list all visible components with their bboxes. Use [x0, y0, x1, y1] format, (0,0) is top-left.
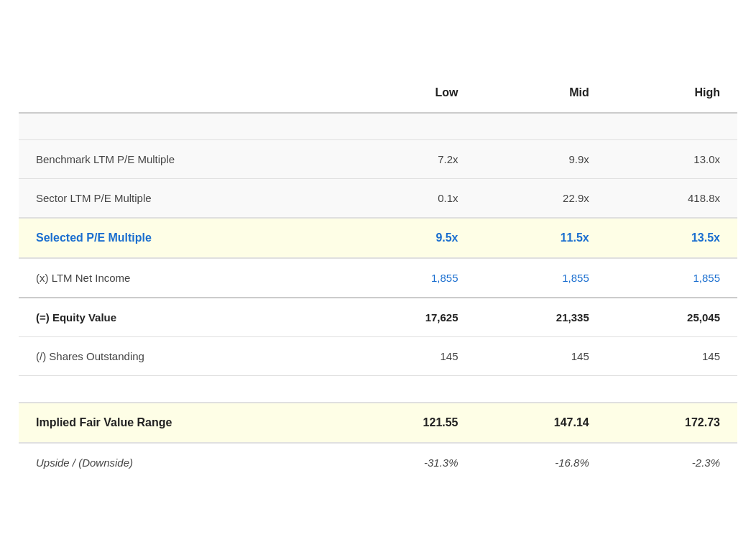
- header-high: High: [607, 73, 737, 113]
- table-row: (=) Equity Value 17,625 21,335 25,045: [19, 298, 737, 337]
- selected-low: 9.5x: [344, 218, 475, 258]
- upside-high: -2.3%: [607, 443, 737, 482]
- shares-mid: 145: [476, 337, 607, 376]
- sector-mid: 22.9x: [476, 179, 607, 219]
- sector-low: 0.1x: [344, 179, 475, 219]
- equity-high: 25,045: [607, 298, 737, 337]
- table-row: Sector LTM P/E Multiple 0.1x 22.9x 418.8…: [19, 179, 737, 219]
- benchmark-low: 7.2x: [344, 140, 475, 179]
- equity-label: (=) Equity Value: [19, 298, 344, 337]
- main-container: Low Mid High Benchmark LTM P/E Multiple …: [19, 73, 737, 482]
- shares-high: 145: [607, 337, 737, 376]
- sector-label: Sector LTM P/E Multiple: [19, 179, 344, 219]
- ltm-net-mid: 1,855: [476, 258, 607, 298]
- selected-high: 13.5x: [607, 218, 737, 258]
- equity-low: 17,625: [344, 298, 475, 337]
- implied-low: 121.55: [344, 403, 475, 443]
- shares-label: (/) Shares Outstanding: [19, 337, 344, 376]
- table-row: (x) LTM Net Income 1,855 1,855 1,855: [19, 258, 737, 298]
- table-row: (/) Shares Outstanding 145 145 145: [19, 337, 737, 376]
- selected-label: Selected P/E Multiple: [19, 218, 344, 258]
- upside-mid: -16.8%: [476, 443, 607, 482]
- header-mid: Mid: [476, 73, 607, 113]
- table-row: Benchmark LTM P/E Multiple 7.2x 9.9x 13.…: [19, 140, 737, 179]
- ltm-net-high: 1,855: [607, 258, 737, 298]
- benchmark-label: Benchmark LTM P/E Multiple: [19, 140, 344, 179]
- implied-label: Implied Fair Value Range: [19, 403, 344, 443]
- sector-high: 418.8x: [607, 179, 737, 219]
- upside-low: -31.3%: [344, 443, 475, 482]
- implied-fair-value-row: Implied Fair Value Range 121.55 147.14 1…: [19, 403, 737, 443]
- benchmark-mid: 9.9x: [476, 140, 607, 179]
- ltm-net-low: 1,855: [344, 258, 475, 298]
- spacer-row-top: [19, 113, 737, 140]
- upside-label: Upside / (Downside): [19, 443, 344, 482]
- benchmark-high: 13.0x: [607, 140, 737, 179]
- selected-mid: 11.5x: [476, 218, 607, 258]
- selected-pe-row: Selected P/E Multiple 9.5x 11.5x 13.5x: [19, 218, 737, 258]
- valuation-table: Low Mid High Benchmark LTM P/E Multiple …: [19, 73, 737, 482]
- table-row: Upside / (Downside) -31.3% -16.8% -2.3%: [19, 443, 737, 482]
- shares-low: 145: [344, 337, 475, 376]
- header-low: Low: [344, 73, 475, 113]
- implied-high: 172.73: [607, 403, 737, 443]
- equity-mid: 21,335: [476, 298, 607, 337]
- header-label: [19, 73, 344, 113]
- spacer-row-middle: [19, 376, 737, 403]
- implied-mid: 147.14: [476, 403, 607, 443]
- ltm-net-label: (x) LTM Net Income: [19, 258, 344, 298]
